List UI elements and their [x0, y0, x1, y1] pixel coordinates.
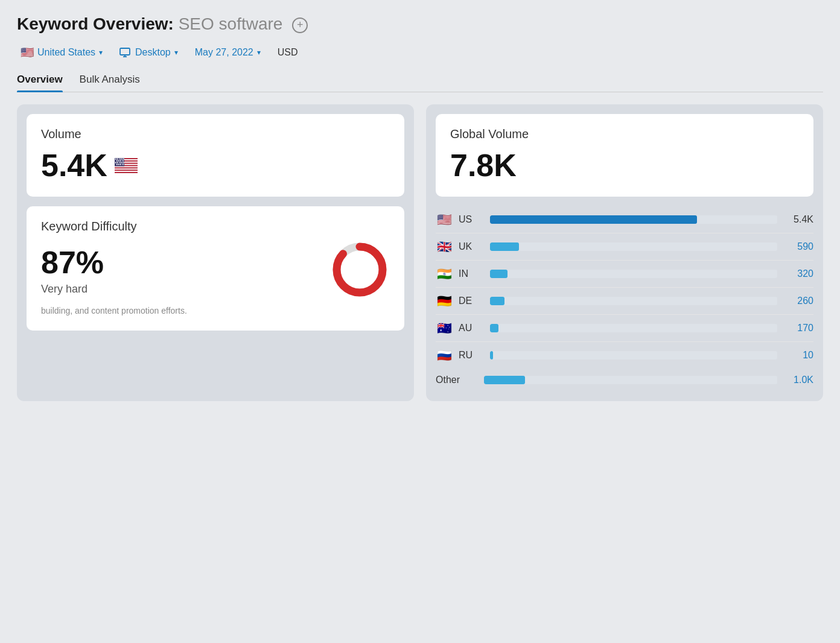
- page-title: Keyword Overview: SEO software +: [17, 14, 823, 34]
- difficulty-value: 87%: [41, 244, 317, 280]
- device-label: Desktop: [135, 47, 171, 58]
- country-value-us: 5.4K: [783, 214, 813, 225]
- tab-overview[interactable]: Overview: [17, 74, 63, 92]
- add-keyword-button[interactable]: +: [292, 17, 308, 33]
- bar-fill-au: [490, 324, 498, 332]
- country-list: 🇺🇸 US 5.4K 🇬🇧 UK 590 🇮🇳 IN 320 🇩🇪 DE: [436, 206, 813, 369]
- country-label: United States: [37, 47, 95, 58]
- country-flag-in: 🇮🇳: [436, 267, 453, 281]
- country-row-de: 🇩🇪 DE 260: [436, 288, 813, 315]
- difficulty-extra-text: building, and content promotion efforts.: [41, 305, 390, 317]
- other-value: 1.0K: [783, 375, 813, 385]
- us-flag-inline-icon: ★★★★★ ★★★★ ★★★★★ ★★★★: [115, 158, 138, 173]
- bar-container-ru: [490, 351, 777, 360]
- global-volume-value: 7.8K: [450, 147, 799, 183]
- device-selector[interactable]: Desktop ▾: [116, 45, 182, 60]
- country-value-in: 320: [783, 268, 813, 279]
- main-grid: Volume 5.4K ★★★★★ ★★★★ ★★★★★: [17, 104, 823, 401]
- bar-container-uk: [490, 242, 777, 251]
- country-code-ru: RU: [459, 350, 484, 361]
- other-label: Other: [436, 375, 478, 385]
- tab-bulk-analysis[interactable]: Bulk Analysis: [80, 74, 140, 92]
- country-chevron-icon: ▾: [99, 48, 103, 57]
- country-row-us: 🇺🇸 US 5.4K: [436, 206, 813, 233]
- monitor-icon: [119, 48, 132, 57]
- bar-fill-in: [490, 270, 508, 278]
- country-row-uk: 🇬🇧 UK 590: [436, 233, 813, 261]
- volume-label: Volume: [41, 127, 390, 141]
- device-chevron-icon: ▾: [174, 48, 178, 57]
- bar-container-us: [490, 215, 777, 224]
- country-flag-us: 🇺🇸: [436, 212, 453, 227]
- difficulty-row: 87% Very hard: [41, 239, 390, 300]
- difficulty-extra-content: building, and content promotion efforts.: [41, 306, 187, 315]
- country-value-de: 260: [783, 296, 813, 306]
- other-bar-fill: [484, 376, 525, 384]
- title-keyword: SEO software: [179, 14, 283, 33]
- country-value-uk: 590: [783, 241, 813, 252]
- bar-fill-uk: [490, 242, 519, 251]
- currency-label: USD: [274, 45, 302, 60]
- right-column: Global Volume 7.8K 🇺🇸 US 5.4K 🇬🇧 UK 590 …: [426, 104, 823, 401]
- country-code-us: US: [459, 214, 484, 225]
- us-flag-icon: 🇺🇸: [21, 46, 34, 59]
- svg-rect-9: [115, 171, 138, 172]
- country-code-au: AU: [459, 323, 484, 334]
- bar-container-de: [490, 297, 777, 305]
- global-volume-card: Global Volume 7.8K: [436, 114, 813, 197]
- date-label: May 27, 2022: [195, 47, 253, 58]
- volume-value: 5.4K ★★★★★ ★★★★ ★★★★★ ★★★★: [41, 147, 390, 183]
- bar-fill-de: [490, 297, 504, 305]
- other-bar-container: [484, 376, 777, 384]
- country-code-uk: UK: [459, 241, 484, 252]
- other-row: Other 1.0K: [436, 369, 813, 391]
- bar-fill-ru: [490, 351, 493, 360]
- country-row-ru: 🇷🇺 RU 10: [436, 342, 813, 369]
- difficulty-sublabel: Very hard: [41, 283, 317, 296]
- country-row-au: 🇦🇺 AU 170: [436, 315, 813, 342]
- global-volume-label: Global Volume: [450, 127, 799, 141]
- bar-container-in: [490, 270, 777, 278]
- country-value-au: 170: [783, 323, 813, 334]
- svg-rect-8: [115, 168, 138, 169]
- country-flag-uk: 🇬🇧: [436, 239, 453, 254]
- svg-text:★: ★: [121, 163, 124, 166]
- difficulty-label: Keyword Difficulty: [41, 220, 390, 233]
- country-flag-au: 🇦🇺: [436, 321, 453, 335]
- svg-rect-0: [120, 48, 130, 55]
- currency-text: USD: [278, 47, 298, 58]
- country-value-ru: 10: [783, 350, 813, 361]
- donut-svg: [329, 239, 390, 300]
- country-code-in: IN: [459, 268, 484, 279]
- svg-rect-7: [115, 166, 138, 167]
- svg-point-30: [337, 247, 383, 293]
- bar-fill-us: [490, 215, 697, 224]
- volume-number: 5.4K: [41, 147, 107, 183]
- difficulty-text: 87% Very hard: [41, 244, 317, 296]
- country-flag-de: 🇩🇪: [436, 294, 453, 308]
- title-prefix: Keyword Overview:: [17, 14, 174, 33]
- country-row-in: 🇮🇳 IN 320: [436, 261, 813, 288]
- date-chevron-icon: ▾: [257, 48, 261, 57]
- left-column: Volume 5.4K ★★★★★ ★★★★ ★★★★★: [17, 104, 414, 401]
- toolbar: 🇺🇸 United States ▾ Desktop ▾ May 27, 202…: [17, 43, 823, 62]
- difficulty-card: Keyword Difficulty 87% Very hard: [27, 206, 404, 331]
- country-selector[interactable]: 🇺🇸 United States ▾: [17, 43, 106, 62]
- country-flag-ru: 🇷🇺: [436, 348, 453, 363]
- tab-bar: Overview Bulk Analysis: [17, 74, 823, 92]
- country-code-de: DE: [459, 296, 484, 306]
- date-selector[interactable]: May 27, 2022 ▾: [191, 45, 264, 60]
- bar-container-au: [490, 324, 777, 332]
- volume-card: Volume 5.4K ★★★★★ ★★★★ ★★★★★: [27, 114, 404, 197]
- donut-chart: [329, 239, 390, 300]
